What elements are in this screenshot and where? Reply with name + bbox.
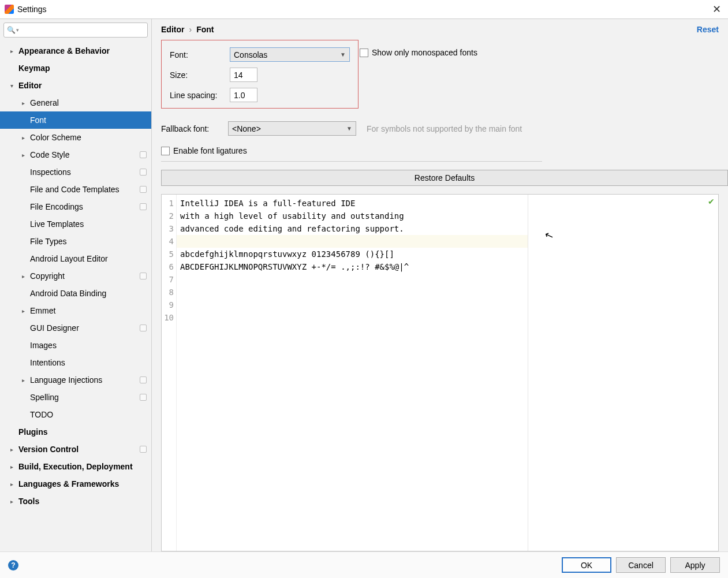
scope-badge-icon [140,186,147,193]
font-settings-box: Font: Consolas ▼ Size: Line spacing: [161,40,359,109]
preview-line [180,286,528,299]
sidebar-item-label: Font [30,115,46,125]
sidebar-item[interactable]: Intentions [0,354,151,371]
preview-line [180,273,528,286]
line-number: 10 [162,311,174,324]
monospaced-checkbox-row[interactable]: Show only monospaced fonts [360,48,477,57]
sidebar-item[interactable]: ▸Code Style [0,146,151,163]
sidebar-item[interactable]: GUI Designer [0,319,151,337]
sidebar-item[interactable]: Live Templates [0,215,151,233]
scope-badge-icon [140,394,147,401]
sidebar-item-label: General [30,98,59,107]
sidebar-item[interactable]: File Encodings [0,198,151,215]
close-icon[interactable]: ✕ [710,3,723,16]
scope-badge-icon [140,273,147,279]
line-number: 4 [162,235,174,248]
restore-defaults-button[interactable]: Restore Defaults [161,170,728,186]
sidebar-item-label: Intentions [30,358,65,367]
chevron-right-icon: ▸ [8,446,15,453]
preview-line: advanced code editing and refactoring su… [180,222,528,235]
sidebar-item[interactable]: Plugins [0,423,151,441]
monospaced-checkbox[interactable] [360,49,368,57]
sidebar-item-label: File and Code Templates [30,185,120,194]
breadcrumb: Editor › Font [161,25,214,34]
sidebar-item[interactable]: ▸Version Control [0,441,151,458]
font-preview: 12345678910 IntelliJ IDEA is a full-feat… [161,194,719,551]
check-icon: ✔ [708,197,715,206]
sidebar-item-label: Version Control [18,445,79,454]
titlebar: Settings ✕ [0,0,728,18]
sidebar-item[interactable]: Images [0,337,151,354]
fallback-label: Fallback font: [161,124,221,133]
reset-link[interactable]: Reset [697,25,719,34]
sidebar-item[interactable]: ▸Copyright [0,267,151,285]
preview-code[interactable]: IntelliJ IDEA is a full-featured IDEwith… [177,195,528,551]
line-number: 1 [162,197,174,210]
sidebar-item[interactable]: ▸Language Injections [0,371,151,389]
line-spacing-input[interactable] [230,88,257,102]
sidebar-item[interactable]: Keymap [0,59,151,77]
search-input[interactable] [3,23,148,38]
line-spacing-label: Line spacing: [170,91,230,100]
sidebar-item[interactable]: ▸Languages & Frameworks [0,475,151,493]
sidebar-item[interactable]: Android Data Binding [0,285,151,302]
sidebar-item-label: Language Injections [30,375,102,385]
chevron-right-icon: ▸ [20,377,27,383]
sidebar-item[interactable]: ▸Build, Execution, Deployment [0,458,151,475]
sidebar-item[interactable]: ▸Appearance & Behavior [0,42,151,59]
sidebar-item[interactable]: ▸Tools [0,493,151,510]
sidebar-item[interactable]: Font [0,111,151,129]
sidebar-item[interactable]: ▸Color Scheme [0,129,151,146]
sidebar-item[interactable]: File and Code Templates [0,181,151,198]
window-title: Settings [17,5,47,14]
ligatures-checkbox-row[interactable]: Enable font ligatures [161,146,728,155]
chevron-down-icon: ▼ [340,51,346,58]
sidebar-item-label: Inspections [30,167,71,177]
monospaced-label: Show only monospaced fonts [372,48,477,57]
size-input[interactable] [230,68,257,82]
settings-tree: ▸Appearance & BehaviorKeymap▾Editor▸Gene… [0,41,151,551]
ligatures-checkbox[interactable] [161,147,170,155]
sidebar-item[interactable]: ▸General [0,94,151,111]
breadcrumb-parent[interactable]: Editor [161,25,184,34]
preview-line: with a high level of usability and outst… [180,210,528,222]
fallback-hint: For symbols not supported by the main fo… [367,124,522,133]
sidebar-item[interactable]: Spelling [0,389,151,406]
preview-right-panel: ✔ ↖ [528,195,718,551]
sidebar-item-label: Spelling [30,393,59,402]
apply-button[interactable]: Apply [670,557,720,573]
sidebar-item[interactable]: File Types [0,233,151,250]
sidebar-item-label: Plugins [18,427,48,437]
ok-button[interactable]: OK [562,557,611,573]
fallback-font-select[interactable]: <None> ▼ [228,121,356,136]
line-number: 6 [162,260,174,273]
scope-badge-icon [140,151,147,158]
preview-line [180,311,528,324]
chevron-right-icon: ▸ [20,152,27,158]
sidebar-item[interactable]: Inspections [0,163,151,181]
chevron-right-icon: ▸ [20,308,27,314]
content-pane: Editor › Font Reset Font: Consolas ▼ Siz… [152,19,728,551]
scope-badge-icon [140,169,147,176]
search-dropdown-icon[interactable]: ▾ [16,27,19,33]
sidebar-item[interactable]: TODO [0,406,151,423]
sidebar-item-label: TODO [30,410,53,419]
font-select[interactable]: Consolas ▼ [230,47,350,62]
line-number: 9 [162,299,174,311]
help-icon[interactable]: ? [8,560,18,570]
sidebar-item[interactable]: ▾Editor [0,77,151,94]
chevron-right-icon: ▸ [8,498,15,505]
sidebar-item[interactable]: Android Layout Editor [0,250,151,267]
size-label: Size: [170,70,230,80]
sidebar-item-label: Live Templates [30,219,84,229]
chevron-right-icon: ▸ [8,481,15,487]
preview-line: ABCDEFGHIJKLMNOPQRSTUVWXYZ +-*/= .,;:!? … [180,260,528,273]
chevron-down-icon: ▾ [8,83,15,89]
divider [161,161,542,162]
chevron-right-icon: › [189,25,192,34]
cancel-button[interactable]: Cancel [616,557,666,573]
sidebar-item-label: File Encodings [30,202,83,211]
sidebar-item-label: Android Layout Editor [30,254,108,263]
preview-line [180,299,528,311]
sidebar-item[interactable]: ▸Emmet [0,302,151,319]
